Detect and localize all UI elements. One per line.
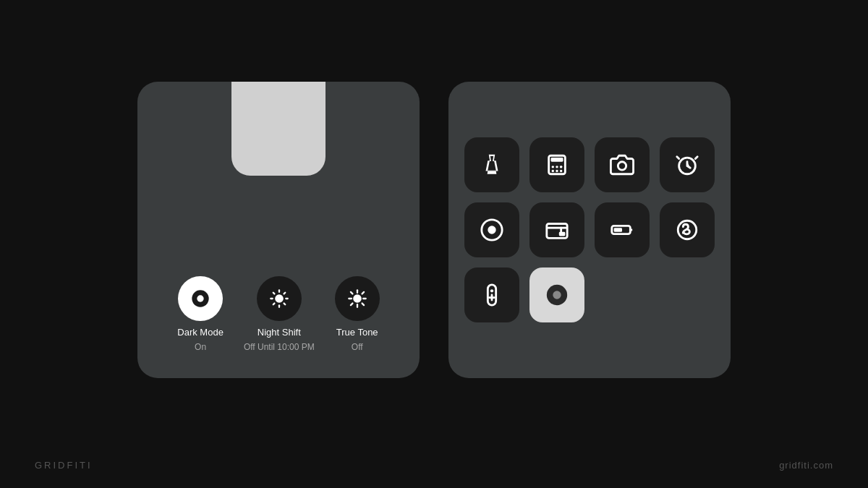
right-panel: [448, 82, 731, 378]
true-tone-control[interactable]: True Tone Off: [335, 276, 380, 352]
true-tone-button[interactable]: [335, 276, 380, 321]
main-content: Dark Mode On: [137, 0, 731, 460]
svg-line-18: [351, 304, 352, 305]
svg-point-40: [490, 289, 493, 292]
svg-point-44: [553, 291, 561, 299]
screen-record-button[interactable]: [464, 202, 519, 257]
svg-point-2: [275, 294, 284, 303]
left-panel: Dark Mode On: [137, 82, 420, 378]
grid-container: [464, 137, 715, 322]
svg-point-30: [618, 162, 626, 170]
svg-line-9: [273, 304, 275, 305]
svg-line-7: [273, 293, 275, 294]
calculator-button[interactable]: [529, 137, 584, 192]
svg-line-8: [284, 304, 285, 305]
dark-mode-label: Dark Mode: [177, 327, 224, 339]
svg-point-28: [560, 166, 562, 168]
night-shift-label: Night Shift: [258, 327, 301, 339]
remote-button[interactable]: [464, 267, 519, 322]
dark-mode-control[interactable]: Dark Mode On: [177, 276, 224, 352]
camera-button[interactable]: [595, 137, 650, 192]
svg-point-1: [197, 295, 203, 301]
svg-point-29: [560, 170, 562, 172]
svg-point-33: [488, 226, 495, 234]
true-tone-label: True Tone: [336, 327, 378, 339]
svg-rect-22: [551, 158, 563, 162]
alarm-button[interactable]: [660, 137, 715, 192]
dark-mode-grid-button[interactable]: [529, 267, 584, 322]
brand-url: gridfiti.com: [779, 460, 833, 471]
brand-name: GRIDFITI: [35, 460, 93, 471]
night-shift-button[interactable]: [257, 276, 302, 321]
night-shift-sublabel: Off Until 10:00 PM: [244, 342, 315, 352]
svg-point-27: [556, 170, 558, 172]
svg-line-10: [284, 293, 285, 294]
low-power-button[interactable]: [595, 202, 650, 257]
svg-point-24: [556, 166, 558, 168]
display-cutout: [231, 82, 326, 176]
flashlight-button[interactable]: [464, 137, 519, 192]
svg-rect-37: [614, 228, 622, 232]
svg-point-23: [552, 166, 554, 168]
svg-line-19: [362, 292, 363, 294]
dark-mode-sublabel: On: [195, 342, 206, 352]
footer: GRIDFITI gridfiti.com: [0, 460, 868, 488]
svg-line-16: [351, 292, 352, 294]
svg-point-26: [552, 170, 554, 172]
controls-row: Dark Mode On: [177, 276, 379, 352]
true-tone-sublabel: Off: [352, 342, 363, 352]
svg-rect-35: [559, 232, 566, 236]
shazam-button[interactable]: [660, 202, 715, 257]
dark-mode-button[interactable]: [178, 276, 223, 321]
wallet-button[interactable]: [529, 202, 584, 257]
svg-line-17: [362, 304, 363, 305]
night-shift-control[interactable]: Night Shift Off Until 10:00 PM: [244, 276, 315, 352]
